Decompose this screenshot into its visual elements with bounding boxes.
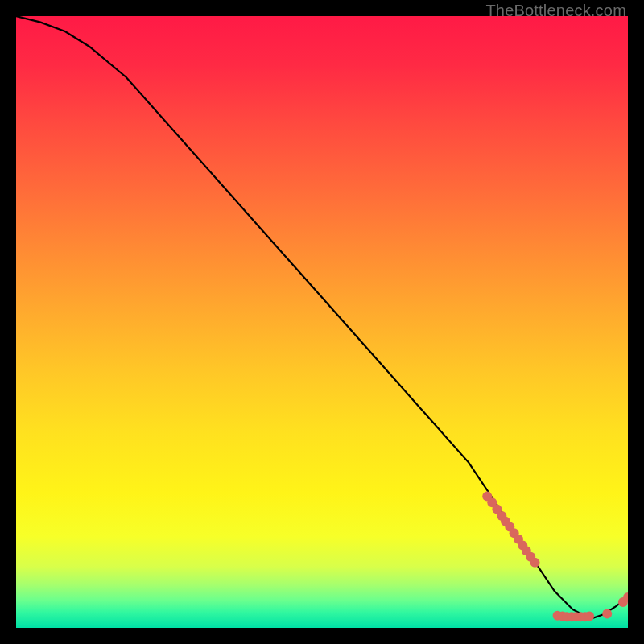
data-markers	[482, 492, 628, 622]
plot-area	[16, 16, 628, 628]
bottleneck-curve	[16, 16, 628, 619]
data-marker	[530, 558, 540, 568]
chart-svg	[16, 16, 628, 628]
data-marker	[602, 609, 612, 619]
data-marker	[584, 612, 594, 621]
chart-root: TheBottleneck.com	[0, 0, 644, 644]
